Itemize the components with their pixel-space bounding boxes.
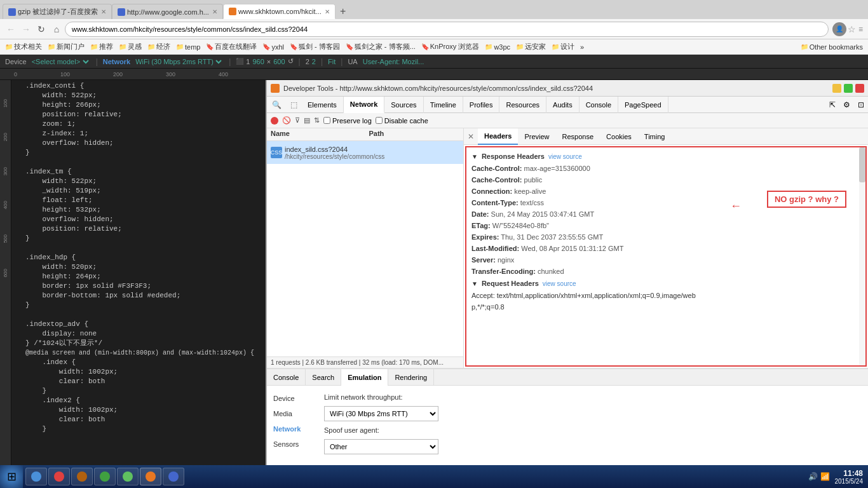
taskbar-app-1[interactable] bbox=[25, 468, 47, 485]
tab-elements[interactable]: Elements bbox=[301, 97, 344, 113]
file-list-row[interactable]: CSS index_sild.css?2044 /hkcity/resource… bbox=[267, 141, 463, 164]
tab-3-close[interactable]: ✕ bbox=[325, 8, 330, 15]
preserve-log-checkbox[interactable] bbox=[323, 117, 330, 124]
tab-1[interactable]: gzip 被过滤掉了-百度搜索 ✕ bbox=[3, 4, 112, 19]
bookmark-yxhl[interactable]: 🔖yxhl bbox=[260, 43, 287, 51]
h-tab-headers[interactable]: Headers bbox=[478, 128, 518, 145]
preserve-log-label[interactable]: Preserve log bbox=[323, 117, 372, 125]
bookmark-sheji[interactable]: 📁设计 bbox=[549, 41, 577, 52]
devtools-close[interactable] bbox=[855, 84, 864, 93]
bookmarks-overflow[interactable]: » bbox=[578, 43, 587, 51]
bookmark-knproxy[interactable]: 🔖KnProxy 浏览器 bbox=[419, 41, 482, 52]
bookmark-temp[interactable]: 📁temp bbox=[173, 43, 203, 51]
bookmark-w3pc[interactable]: 📁w3pc bbox=[482, 43, 513, 51]
b-tab-rendering[interactable]: Rendering bbox=[388, 369, 434, 386]
address-bar[interactable]: www.skhktown.com/hkcity/resources/style/… bbox=[65, 22, 829, 37]
rotate-icon[interactable]: ↺ bbox=[288, 57, 294, 65]
preserve-btn[interactable]: ⇅ bbox=[314, 116, 320, 125]
tab-sources[interactable]: Sources bbox=[384, 97, 423, 113]
emu-label-device[interactable]: Device bbox=[273, 391, 324, 406]
h-tab-cookies[interactable]: Cookies bbox=[600, 128, 638, 145]
emu-label-sensors[interactable]: Sensors bbox=[273, 437, 324, 452]
dt-undock-icon[interactable]: ⊡ bbox=[854, 100, 868, 109]
main-area: 100 200 300 400 500 600 .index_conti { w… bbox=[0, 80, 868, 488]
code-line-7: overflow: hidden; bbox=[11, 139, 266, 148]
network-select[interactable]: WiFi (30 Mbps 2ms RTT) bbox=[133, 57, 224, 66]
tab-1-close[interactable]: ✕ bbox=[101, 8, 106, 15]
devtools-favicon bbox=[271, 84, 280, 93]
record-btn[interactable] bbox=[271, 117, 278, 125]
group-btn[interactable]: ▤ bbox=[304, 116, 310, 125]
tab-console[interactable]: Console bbox=[580, 97, 618, 113]
devtools-maximize[interactable] bbox=[844, 84, 853, 93]
devtools-tabs: 🔍 ⬚ Elements Network Sources Timeline Pr… bbox=[267, 97, 868, 113]
b-tab-emulation[interactable]: Emulation bbox=[341, 369, 388, 386]
taskbar-app-3[interactable] bbox=[71, 468, 93, 485]
home-button[interactable]: ⌂ bbox=[50, 22, 64, 36]
req-view-source-link[interactable]: view source bbox=[543, 280, 576, 287]
h-tab-preview[interactable]: Preview bbox=[518, 128, 555, 145]
emu-label-media[interactable]: Media bbox=[273, 406, 324, 421]
bookmark-技术相关[interactable]: 📁技术相关 bbox=[3, 41, 44, 52]
code-line-6: z-index: 1; bbox=[11, 129, 266, 139]
tab-profiles[interactable]: Profiles bbox=[463, 97, 500, 113]
filter-btn[interactable]: ⊽ bbox=[295, 116, 300, 125]
taskbar-app-7[interactable] bbox=[163, 468, 184, 485]
back-button[interactable]: ← bbox=[4, 22, 18, 36]
devtools-minimize[interactable] bbox=[832, 84, 841, 93]
view-source-link[interactable]: view source bbox=[548, 153, 582, 160]
scrollbar-track[interactable] bbox=[859, 147, 865, 365]
bookmark-推荐[interactable]: 📁推荐 bbox=[88, 41, 116, 52]
taskbar-app-5[interactable] bbox=[117, 468, 139, 485]
new-tab-button[interactable]: + bbox=[336, 4, 351, 19]
bookmark-灵感[interactable]: 📁灵感 bbox=[116, 41, 144, 52]
dt-settings-icon[interactable]: ⚙ bbox=[839, 100, 854, 109]
h-tab-response[interactable]: Response bbox=[556, 128, 600, 145]
dt-expand-icon[interactable]: ⇱ bbox=[825, 100, 839, 109]
app-6-icon bbox=[146, 471, 156, 482]
b-tab-console[interactable]: Console bbox=[267, 369, 306, 386]
start-button[interactable]: ⊞ bbox=[0, 465, 23, 488]
code-line-12: _width: 519px; bbox=[11, 186, 266, 196]
device-select[interactable]: <Select model> bbox=[29, 57, 91, 66]
bar-sep-2: | bbox=[229, 57, 231, 66]
b-tab-search[interactable]: Search bbox=[306, 369, 341, 386]
bookmark-yuanjia[interactable]: 📁远安家 bbox=[513, 41, 548, 52]
dt-search-btn[interactable]: 🔍 bbox=[267, 100, 287, 109]
disable-cache-label[interactable]: Disable cache bbox=[376, 117, 428, 125]
dt-inspect-btn[interactable]: ⬚ bbox=[287, 100, 301, 109]
scrollbar-thumb[interactable] bbox=[859, 147, 865, 182]
star-icon[interactable]: ☆ bbox=[848, 24, 856, 34]
taskbar-app-2[interactable] bbox=[48, 468, 70, 485]
emu-label-network[interactable]: Network bbox=[273, 421, 324, 437]
bookmark-经济[interactable]: 📁经济 bbox=[145, 41, 173, 52]
tab-resources[interactable]: Resources bbox=[499, 97, 546, 113]
tab-timeline[interactable]: Timeline bbox=[424, 97, 463, 113]
tab-network[interactable]: Network bbox=[344, 97, 384, 113]
bookmark-hujian[interactable]: 🔖狐剑 - 博客园 bbox=[287, 41, 342, 52]
tab-pageseed[interactable]: PageSpeed bbox=[618, 97, 668, 113]
forward-button[interactable]: → bbox=[19, 22, 33, 36]
h-tab-timing[interactable]: Timing bbox=[638, 128, 672, 145]
reload-button[interactable]: ↻ bbox=[34, 22, 48, 36]
emu-row-spoof: Spoof user agent: bbox=[324, 426, 868, 434]
bookmark-other[interactable]: 📁Other bookmarks bbox=[798, 43, 865, 51]
tab-2[interactable]: http://www.google.com.h... ✕ bbox=[112, 4, 223, 19]
wifi-select[interactable]: WiFi (30 Mbps 2ms RTT) No throttling GPR… bbox=[324, 406, 438, 421]
tab-3[interactable]: www.skhktown.com/hkcit... ✕ bbox=[223, 4, 336, 19]
h-close-btn[interactable]: ✕ bbox=[464, 132, 478, 141]
menu-icon[interactable]: ≡ bbox=[857, 25, 864, 34]
taskbar-app-4[interactable] bbox=[94, 468, 116, 485]
bookmark-hujian2[interactable]: 🔖狐剑之家 - 博客频... bbox=[343, 41, 418, 52]
file-list-header: Name Path bbox=[267, 128, 463, 141]
profile-icon[interactable]: 👤 bbox=[832, 22, 846, 36]
disable-cache-checkbox[interactable] bbox=[376, 117, 383, 124]
bookmark-新闻门户[interactable]: 📁新闻门户 bbox=[45, 41, 87, 52]
bookmark-baidu-translate[interactable]: 🔖百度在线翻译 bbox=[203, 41, 259, 52]
taskbar-app-6[interactable] bbox=[140, 468, 161, 485]
tab-2-close[interactable]: ✕ bbox=[212, 8, 217, 15]
clear-btn[interactable]: 🚫 bbox=[282, 116, 291, 125]
tab-audits[interactable]: Audits bbox=[546, 97, 580, 113]
fit-btn[interactable]: Fit bbox=[328, 58, 336, 65]
other-select[interactable]: Other Chrome Firefox Safari bbox=[324, 439, 438, 454]
